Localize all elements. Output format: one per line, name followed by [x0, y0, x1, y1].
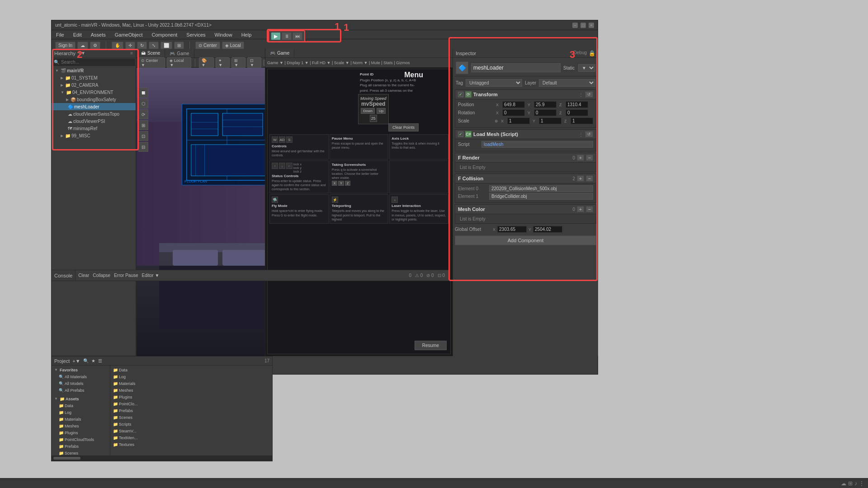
folder-plugins[interactable]: 📁 Plugins	[52, 429, 110, 436]
load-mesh-header[interactable]: ✓ C# Load Mesh (Script) ⋮ ↺	[455, 130, 596, 139]
menu-component[interactable]: Component	[150, 31, 179, 38]
menu-assets[interactable]: Assets	[89, 31, 108, 38]
asset-data[interactable]: 📁 Data	[110, 366, 272, 373]
console-editor-btn[interactable]: Editor ▼	[142, 273, 160, 278]
f-render-header[interactable]: F Render 0 + −	[455, 153, 596, 163]
hierarchy-add-btn[interactable]: +▼	[78, 51, 85, 56]
console-collapse-btn[interactable]: Collapse	[93, 273, 110, 278]
folder-prefabs[interactable]: 📁 Prefabs	[52, 443, 110, 450]
rotation-x-input[interactable]	[502, 109, 525, 116]
hierarchy-item-01-system[interactable]: ▶ 📁 01_SYSTEM	[52, 74, 136, 81]
center-btn[interactable]: ⊙ Center	[195, 42, 220, 49]
mesh-color-header[interactable]: Mesh Color 0 + −	[455, 205, 596, 214]
favorites-group[interactable]: ▼ Favorites	[52, 366, 110, 373]
f-collision-header[interactable]: F Collision 2 + −	[455, 174, 596, 183]
load-mesh-enabled[interactable]: ✓	[458, 131, 463, 137]
nav-btn-2[interactable]: ⬡	[138, 99, 148, 108]
resume-btn[interactable]: Resume	[415, 341, 447, 350]
folder-log[interactable]: 📁 Log	[52, 409, 110, 416]
status-icon-collab[interactable]: ☁	[841, 480, 846, 487]
grid-btn[interactable]: ⊞ ▼	[231, 57, 245, 68]
hierarchy-item-99-misc[interactable]: ▶ 📁 99_MISC	[52, 132, 136, 139]
transform-reset-btn[interactable]: ↺	[585, 91, 593, 98]
nav-btn-5[interactable]: ⊡	[138, 131, 148, 141]
transform-tool-btn[interactable]: ⊞	[174, 42, 184, 49]
local-btn[interactable]: ◈ Local	[222, 42, 244, 49]
hierarchy-item-cloudviewer-swiss[interactable]: ☁ cloudViewerSwissTopo	[52, 110, 136, 117]
menu-help[interactable]: Help	[240, 31, 254, 38]
position-x-input[interactable]	[502, 101, 525, 108]
gizmo-dropdown-btn[interactable]: ⊡ ▼	[247, 57, 261, 68]
step-btn[interactable]: ⏭	[292, 32, 302, 40]
folder-pointcloudtools[interactable]: 📁 PointCloudTools	[52, 436, 110, 443]
x-btn[interactable]: X	[332, 181, 338, 186]
f-render-plus[interactable]: +	[577, 155, 584, 161]
asset-textures[interactable]: 📁 Textures	[110, 441, 272, 448]
cloud-btn[interactable]: ☁	[77, 42, 88, 49]
status-icon-layers[interactable]: ⊞	[848, 480, 853, 487]
z-btn[interactable]: Z	[345, 181, 350, 186]
tab-scene[interactable]: 🏔 Scene	[137, 49, 165, 57]
folder-materials[interactable]: 📁 Materials	[52, 416, 110, 422]
minimize-btn[interactable]: –	[572, 23, 578, 28]
global-offset-x-input[interactable]	[497, 226, 527, 233]
clear-points-btn[interactable]: Clear Points	[388, 123, 419, 131]
position-y-input[interactable]	[534, 101, 557, 108]
add-component-btn[interactable]: Add Component	[455, 235, 596, 245]
asset-steamvr[interactable]: 📁 SteamV...	[110, 427, 272, 434]
scale-y-input[interactable]	[539, 117, 561, 124]
nav-btn-4[interactable]: ⊞	[138, 120, 148, 130]
assets-group[interactable]: ▼ 📁 Assets	[52, 395, 110, 402]
gear-btn[interactable]: ⚙	[90, 42, 100, 49]
layer-dropdown[interactable]: Default	[539, 79, 595, 87]
project-list-btn[interactable]: ☰	[98, 358, 102, 363]
game-active-tab[interactable]: 🎮 Game	[265, 49, 294, 57]
load-mesh-menu-btn[interactable]: ⋮	[579, 132, 583, 137]
hand-tool-btn[interactable]: ✋	[112, 42, 123, 49]
debug-btn[interactable]: Debug	[574, 50, 587, 56]
asset-pointcloud[interactable]: 📁 PointClo...	[110, 400, 272, 407]
folder-data[interactable]: 📁 Data	[52, 402, 110, 409]
scale-x-input[interactable]	[507, 117, 530, 124]
console-error-pause-btn[interactable]: Error Pause	[114, 273, 138, 278]
center-dropdown-btn[interactable]: ⊙ Center ▼	[138, 57, 165, 68]
f-render-minus[interactable]: −	[586, 155, 593, 161]
menu-file[interactable]: File	[54, 31, 66, 38]
status-icon-more[interactable]: ⋮	[859, 480, 864, 487]
y-btn[interactable]: Y	[338, 181, 344, 186]
down-btn[interactable]: Down	[361, 108, 374, 114]
static-dropdown[interactable]: ▼	[578, 64, 595, 72]
global-offset-y-input[interactable]	[533, 226, 562, 233]
asset-scenes[interactable]: 📁 Scenes	[110, 414, 272, 421]
lock-icon[interactable]: 🔒	[589, 50, 595, 56]
hierarchy-item-meshloader[interactable]: 🔷 meshLoader	[52, 103, 136, 110]
menu-services[interactable]: Services	[184, 31, 207, 38]
render-mode-btn[interactable]: 🎨 ▼	[199, 57, 214, 68]
transform-header[interactable]: ✓ ⟳ Transform ⋮ ↺	[455, 90, 596, 99]
menu-window[interactable]: Window	[213, 31, 234, 38]
load-mesh-reset-btn[interactable]: ↺	[585, 131, 593, 137]
transform-menu-btn[interactable]: ⋮	[579, 92, 583, 97]
rotation-z-input[interactable]	[566, 109, 588, 116]
asset-log[interactable]: 📁 Log	[110, 373, 272, 380]
local-dropdown-btn[interactable]: ◈ Local ▼	[167, 57, 191, 68]
f-collision-plus[interactable]: +	[577, 175, 584, 182]
close-btn[interactable]: ×	[589, 23, 594, 28]
asset-meshes[interactable]: 📁 Meshes	[110, 387, 272, 394]
pause-btn[interactable]: ⏸	[282, 32, 292, 40]
mesh-color-plus[interactable]: +	[577, 206, 584, 212]
all-prefabs-item[interactable]: 🔍 All Prefabs	[52, 387, 110, 394]
object-name-input[interactable]	[471, 63, 561, 72]
asset-scripts[interactable]: 📁 Scripts	[110, 421, 272, 427]
f-collision-minus[interactable]: −	[586, 175, 593, 182]
asset-textmen[interactable]: 📁 TextMen...	[110, 434, 272, 441]
folder-meshes[interactable]: 📁 Meshes	[52, 422, 110, 429]
rotate-tool-btn[interactable]: ↻	[137, 42, 147, 49]
sign-in-btn[interactable]: Sign In	[55, 42, 75, 49]
project-star-btn[interactable]: ★	[91, 358, 95, 363]
up-btn[interactable]: Up	[377, 108, 386, 114]
mesh-color-minus[interactable]: −	[586, 206, 593, 212]
nav-btn-1[interactable]: 🔲	[138, 88, 148, 98]
scale-tool-btn[interactable]: ⤡	[149, 42, 159, 49]
tag-dropdown[interactable]: Untagged	[466, 79, 522, 87]
